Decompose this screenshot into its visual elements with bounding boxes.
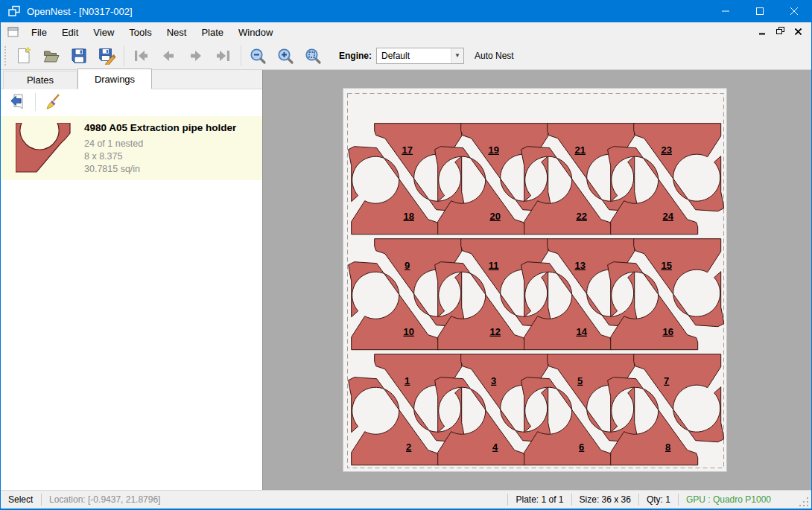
mdi-document-icon[interactable]	[7, 27, 19, 38]
zoom-in-button[interactable]	[274, 45, 296, 67]
maximize-icon	[756, 7, 764, 15]
open-folder-button[interactable]	[40, 45, 63, 67]
mdi-minimize-icon	[759, 27, 766, 37]
nav-last-button[interactable]	[212, 45, 235, 67]
nested-part-11[interactable]	[461, 239, 551, 327]
part-number-label: 7	[664, 375, 669, 386]
nested-part-22[interactable]	[521, 147, 612, 235]
nested-part-4[interactable]	[435, 377, 525, 465]
nested-part-24[interactable]	[608, 147, 698, 235]
mdi-minimize-button[interactable]	[756, 26, 768, 38]
mdi-restore-icon	[776, 27, 784, 37]
part-number-label: 5	[577, 375, 583, 386]
nav-first-icon	[132, 47, 150, 65]
nav-prev-icon	[159, 47, 177, 65]
nested-part-21[interactable]	[548, 124, 638, 211]
nested-part-16[interactable]	[608, 262, 698, 350]
engine-label: Engine:	[339, 51, 372, 61]
menu-item-file[interactable]: File	[24, 24, 54, 41]
nested-part-7[interactable]	[634, 354, 724, 442]
tab-row: PlatesDrawings	[1, 70, 262, 89]
clear-drawings-button[interactable]	[42, 92, 63, 112]
menu-item-plate[interactable]: Plate	[194, 24, 231, 41]
nested-part-8[interactable]	[608, 377, 698, 465]
mdi-close-button[interactable]	[792, 26, 804, 38]
drawing-list-item[interactable]: 4980 A05 Extraction pipe holder 24 of 1 …	[1, 116, 262, 180]
nested-part-20[interactable]	[435, 147, 525, 235]
save-button[interactable]	[68, 45, 90, 67]
nested-part-6[interactable]	[521, 377, 612, 465]
nested-part-1[interactable]	[375, 354, 465, 442]
nested-part-17[interactable]	[375, 124, 465, 211]
app-window: OpenNest - [N0317-002] FileEditViewTools…	[0, 0, 812, 510]
part-number-label: 24	[662, 211, 673, 222]
part-number-label: 2	[406, 442, 411, 453]
menu-item-tools[interactable]: Tools	[121, 24, 159, 41]
menu-item-edit[interactable]: Edit	[54, 24, 86, 41]
nested-part-2[interactable]	[349, 377, 439, 465]
nav-first-button[interactable]	[130, 45, 152, 67]
status-mode: Select	[8, 494, 41, 505]
nav-last-icon	[215, 47, 232, 65]
resize-grip[interactable]	[799, 497, 810, 508]
part-number-label: 1	[405, 375, 410, 386]
part-number-label: 23	[661, 144, 671, 156]
menu-item-view[interactable]: View	[86, 24, 121, 41]
drawing-nested-count: 24 of 1 nested	[84, 138, 236, 150]
new-document-button[interactable]	[13, 45, 35, 67]
menu-item-nest[interactable]: Nest	[159, 24, 194, 41]
left-panel: PlatesDrawings	[1, 70, 262, 490]
nested-part-9[interactable]	[375, 239, 465, 327]
zoom-out-button[interactable]	[247, 45, 269, 67]
nav-prev-button[interactable]	[157, 45, 180, 67]
engine-select[interactable]: Default ▼	[376, 48, 464, 64]
nesting-canvas[interactable]: 171819202122232491011121314151612345678	[262, 70, 811, 490]
drawing-dimensions: 8 x 8.375	[84, 150, 236, 163]
zoom-fit-icon	[304, 47, 322, 65]
open-folder-icon	[42, 47, 60, 65]
status-size: Size: 36 x 36	[572, 494, 638, 505]
chevron-down-icon: ▼	[451, 48, 463, 63]
save-as-button[interactable]	[95, 45, 118, 67]
nested-part-23[interactable]	[634, 124, 724, 211]
menubar: FileEditViewToolsNestPlateWindow	[1, 22, 811, 42]
part-number-label: 12	[489, 326, 500, 337]
nested-part-3[interactable]	[461, 354, 551, 442]
drawing-area: 30.7815 sq/in	[84, 163, 236, 176]
auto-nest-button[interactable]: Auto Nest	[472, 48, 517, 63]
minimize-icon	[722, 7, 729, 15]
status-gpu: GPU : Quadro P1000	[679, 494, 778, 505]
nav-next-button[interactable]	[185, 45, 207, 67]
part-number-label: 8	[665, 442, 670, 453]
app-icon	[7, 4, 21, 18]
maximize-button[interactable]	[743, 0, 777, 22]
part-number-label: 14	[576, 326, 587, 337]
plate[interactable]: 171819202122232491011121314151612345678	[343, 88, 727, 472]
nested-part-13[interactable]	[548, 239, 638, 327]
menu-items: FileEditViewToolsNestPlateWindow	[24, 24, 280, 41]
part-number-label: 18	[403, 211, 413, 222]
tab-plates[interactable]: Plates	[3, 71, 77, 89]
nested-part-12[interactable]	[435, 262, 525, 350]
mdi-controls	[756, 26, 804, 38]
tab-drawings[interactable]: Drawings	[77, 68, 152, 89]
nested-part-19[interactable]	[461, 124, 551, 211]
nested-part-14[interactable]	[521, 262, 612, 350]
clear-broom-icon	[44, 93, 62, 111]
nested-part-15[interactable]	[634, 239, 724, 327]
import-drawing-button[interactable]	[7, 92, 28, 112]
nested-part-10[interactable]	[349, 262, 439, 350]
toolbar: Engine: Default ▼ Auto Nest	[1, 42, 811, 70]
import-drawing-icon	[9, 93, 27, 111]
part-number-label: 9	[405, 260, 410, 271]
mdi-restore-button[interactable]	[774, 26, 786, 38]
close-button[interactable]	[777, 0, 811, 22]
minimize-button[interactable]	[708, 0, 743, 22]
nested-part-5[interactable]	[548, 354, 638, 442]
drawing-title: 4980 A05 Extraction pipe holder	[84, 122, 236, 133]
part-number-label: 17	[402, 144, 412, 156]
menu-item-window[interactable]: Window	[231, 24, 280, 41]
nested-part-18[interactable]	[349, 147, 439, 235]
part-number-label: 11	[489, 260, 499, 271]
zoom-fit-button[interactable]	[302, 45, 324, 67]
